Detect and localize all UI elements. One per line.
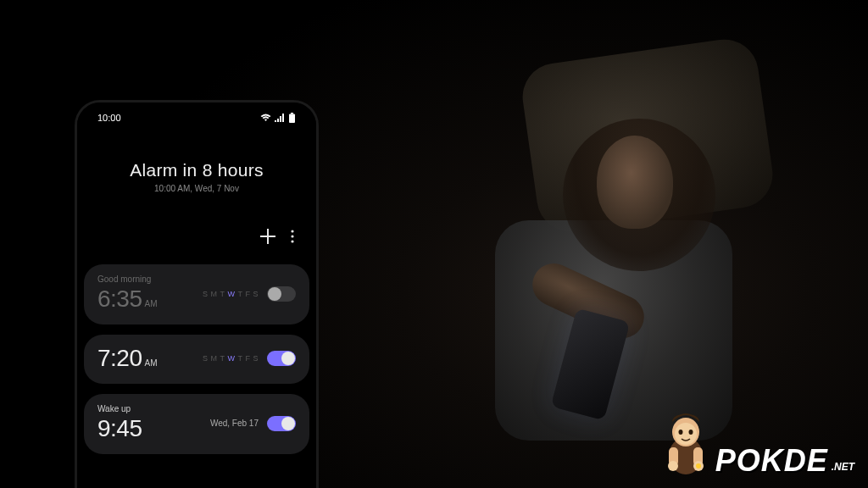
alarm-label: Good morning (97, 274, 158, 284)
person-illustration (444, 119, 800, 441)
alarm-title: Alarm in 8 hours (82, 160, 311, 180)
person-head (597, 136, 673, 229)
day-t: T (220, 290, 225, 298)
logo-text: POKDE (715, 446, 828, 476)
svg-point-14 (696, 463, 701, 469)
day-f: F (245, 354, 250, 363)
day-t2: T (237, 354, 242, 363)
alarm-time: 9:45 (97, 415, 142, 442)
alarm-time-row: 6:35 AM (97, 286, 158, 313)
alarm-date: Wed, Feb 17 (210, 419, 259, 428)
svg-point-8 (678, 430, 682, 435)
svg-point-12 (668, 461, 678, 471)
alarm-time-row: 9:45 (97, 415, 145, 442)
status-time: 10:00 (97, 113, 121, 123)
day-w: W (227, 290, 235, 298)
alarm-time: 6:35 (97, 286, 142, 313)
svg-point-3 (291, 235, 293, 237)
toggle-knob (281, 352, 295, 365)
more-options-button[interactable] (291, 230, 294, 247)
signal-icon (275, 114, 285, 122)
logo-tld: .NET (832, 461, 854, 473)
svg-point-4 (291, 240, 293, 242)
day-t: T (220, 354, 225, 363)
alarm-item[interactable]: Good morning 6:35 AM S M T W T F S (84, 264, 309, 324)
day-m: M (210, 354, 217, 363)
alarm-info: Wake up 9:45 (97, 404, 145, 442)
alarm-time-row: 7:20 AM (97, 345, 158, 372)
alarm-info: Good morning 6:35 AM (97, 274, 158, 313)
phone-mockup: 10:00 Alarm in 8 hours 10:00 AM, Wed, 7 … (75, 100, 319, 488)
add-alarm-button[interactable] (260, 229, 275, 247)
svg-point-7 (675, 423, 697, 445)
action-row (82, 208, 311, 259)
status-bar: 10:00 (82, 103, 311, 130)
svg-point-2 (291, 230, 293, 232)
alarm-header: Alarm in 8 hours 10:00 AM, Wed, 7 Nov (82, 130, 311, 208)
svg-rect-0 (291, 113, 293, 114)
day-s: S (203, 354, 209, 363)
plus-icon (260, 229, 275, 244)
svg-rect-1 (289, 114, 295, 124)
alarm-toggle[interactable] (267, 286, 296, 302)
toggle-knob (268, 287, 281, 301)
phone-screen: 10:00 Alarm in 8 hours 10:00 AM, Wed, 7 … (77, 103, 316, 488)
alarm-ampm: AM (145, 299, 158, 308)
alarm-toggle[interactable] (267, 416, 296, 431)
alarm-time: 7:20 (97, 345, 142, 372)
alarm-days: S M T W T F S (203, 290, 259, 298)
day-s: S (203, 290, 209, 298)
more-vertical-icon (291, 230, 294, 243)
battery-icon (288, 113, 296, 123)
status-icons (260, 113, 296, 123)
alarm-item[interactable]: 7:20 AM S M T W T F S (84, 335, 309, 384)
alarm-label: Wake up (97, 404, 145, 413)
svg-point-9 (688, 430, 693, 435)
alarm-right: S M T W T F S (203, 351, 296, 366)
wifi-icon (260, 114, 271, 122)
alarm-toggle[interactable] (267, 351, 296, 366)
alarm-info: 7:20 AM (97, 345, 158, 372)
alarm-subtitle: 10:00 AM, Wed, 7 Nov (82, 184, 311, 193)
logo-mascot-icon (659, 407, 712, 476)
site-logo: POKDE .NET (659, 407, 854, 476)
day-f: F (245, 290, 250, 298)
alarm-right: Wed, Feb 17 (210, 416, 296, 431)
day-s2: S (253, 354, 259, 363)
alarm-right: S M T W T F S (203, 286, 296, 302)
day-t2: T (237, 290, 242, 298)
day-w: W (227, 354, 235, 363)
alarm-ampm: AM (145, 358, 158, 368)
day-m: M (210, 290, 217, 298)
toggle-knob (281, 417, 295, 430)
day-s2: S (253, 290, 259, 298)
alarm-item[interactable]: Wake up 9:45 Wed, Feb 17 (84, 394, 309, 454)
alarm-days: S M T W T F S (203, 354, 259, 363)
